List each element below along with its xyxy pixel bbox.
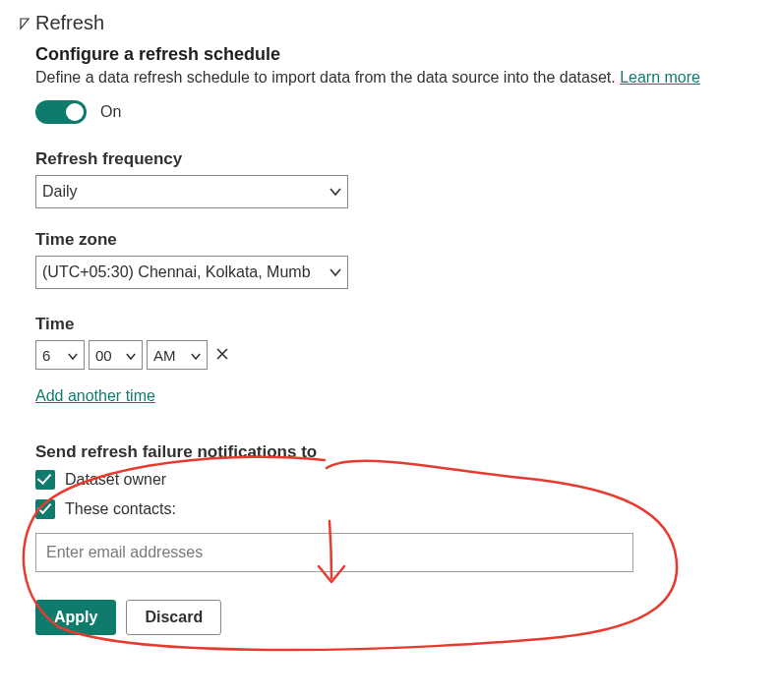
- add-another-time-link[interactable]: Add another time: [35, 387, 155, 405]
- time-minute-select[interactable]: 00: [89, 340, 143, 370]
- email-addresses-input[interactable]: [35, 533, 633, 572]
- learn-more-link[interactable]: Learn more: [620, 69, 700, 86]
- discard-button[interactable]: Discard: [126, 600, 221, 635]
- notifications-title: Send refresh failure notifications to: [35, 442, 780, 462]
- frequency-select[interactable]: Daily: [35, 175, 348, 208]
- schedule-subtitle: Configure a refresh schedule: [35, 44, 780, 65]
- apply-button[interactable]: Apply: [35, 600, 116, 635]
- schedule-toggle-label: On: [100, 103, 121, 121]
- collapse-triangle-icon: [18, 17, 31, 30]
- section-title: Refresh: [35, 12, 104, 34]
- frequency-label: Refresh frequency: [35, 149, 780, 169]
- section-header-refresh[interactable]: Refresh: [18, 12, 780, 34]
- these-contacts-label: These contacts:: [65, 500, 176, 518]
- dataset-owner-label: Dataset owner: [65, 471, 166, 489]
- timezone-select[interactable]: (UTC+05:30) Chennai, Kolkata, Mumb: [35, 256, 348, 289]
- chevron-down-icon: [126, 347, 136, 364]
- time-label: Time: [35, 315, 780, 334]
- chevron-down-icon: [68, 347, 78, 364]
- schedule-toggle[interactable]: [35, 100, 87, 124]
- remove-time-button[interactable]: [211, 345, 233, 366]
- time-hour-select[interactable]: 6: [35, 340, 85, 370]
- chevron-down-icon: [330, 263, 341, 281]
- schedule-description: Define a data refresh schedule to import…: [35, 69, 780, 87]
- chevron-down-icon: [191, 347, 201, 364]
- timezone-label: Time zone: [35, 230, 780, 250]
- time-ampm-select[interactable]: AM: [147, 340, 208, 370]
- dataset-owner-checkbox[interactable]: [35, 470, 55, 490]
- these-contacts-checkbox[interactable]: [35, 499, 55, 519]
- chevron-down-icon: [330, 183, 341, 201]
